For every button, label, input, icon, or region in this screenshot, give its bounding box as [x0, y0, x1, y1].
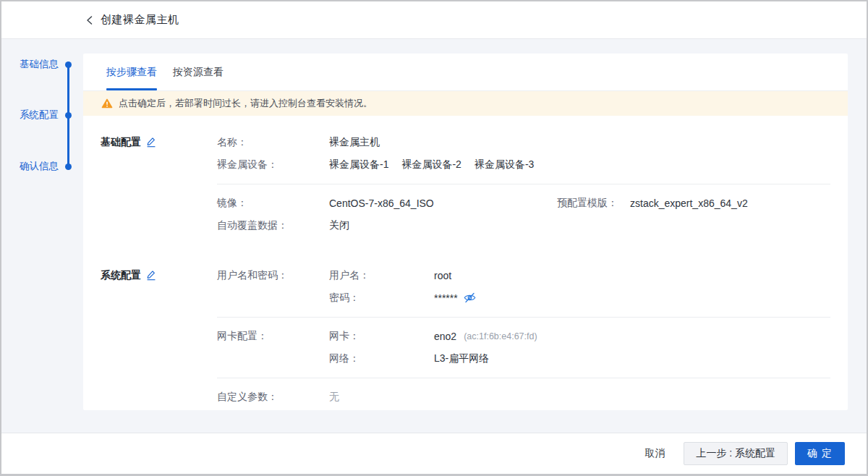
- template-label: 预配置模版：: [557, 197, 618, 210]
- custom-params-label: 自定义参数：: [217, 391, 278, 404]
- steps-nav: 基础信息 系统配置 确认信息: [1, 39, 83, 433]
- edit-pencil-icon: [146, 270, 156, 281]
- footer-actions: 取消 上一步 : 系统配置 确 定: [1, 433, 867, 474]
- section-gap: [101, 237, 830, 264]
- confirm-button[interactable]: 确 定: [795, 442, 845, 465]
- create-baremetal-host-page: 创建裸金属主机 基础信息 系统配置 确认信息 按步骤查看 按资源查看: [0, 0, 868, 476]
- password-value-wrap: ******: [434, 292, 476, 304]
- view-tabbar: 按步骤查看 按资源查看: [83, 54, 848, 91]
- warning-icon: [101, 98, 113, 109]
- username-label: 用户名：: [329, 269, 370, 282]
- device-item: 裸金属设备-1: [329, 158, 388, 171]
- edit-system-config-button[interactable]: [146, 270, 156, 281]
- review-content: 基础配置 名称： 裸金属主机 裸金属设备：: [83, 116, 848, 408]
- row-image-template: 镜像： CentOS-7-x86_64_ISO 预配置模版： zstack_ex…: [101, 192, 830, 214]
- review-panel: 按步骤查看 按资源查看 点击确定后，若部署时间过长，请进入控制台查看安装情况。 …: [83, 54, 848, 410]
- credentials-label: 用户名和密码：: [217, 269, 288, 282]
- alert-message: 点击确定后，若部署时间过长，请进入控制台查看安装情况。: [119, 97, 373, 110]
- step-item-system-config[interactable]: 系统配置: [20, 108, 72, 122]
- device-item: 裸金属设备-2: [401, 158, 461, 171]
- image-label: 镜像：: [217, 197, 247, 210]
- cancel-button[interactable]: 取消: [644, 447, 665, 460]
- step-dot-icon: [65, 61, 72, 68]
- row-password: 密码： ******: [101, 286, 830, 309]
- device-item: 裸金属设备-3: [475, 158, 534, 171]
- row-network: 网络： L3-扁平网络: [101, 347, 830, 370]
- edit-pencil-icon: [146, 137, 156, 148]
- row-username: 系统配置 用户名和密码： 用户名： root: [101, 264, 830, 286]
- page-title: 创建裸金属主机: [101, 13, 179, 27]
- row-custom-params: 自定义参数： 无: [101, 386, 830, 408]
- row-overwrite: 自动覆盖数据： 关闭: [101, 214, 830, 237]
- name-value: 裸金属主机: [329, 136, 380, 149]
- row-devices: 裸金属设备： 裸金属设备-1 裸金属设备-2 裸金属设备-3: [101, 153, 830, 176]
- section-title-basic-config: 基础配置: [101, 136, 156, 149]
- template-value: zstack_expert_x86_64_v2: [630, 197, 748, 209]
- prev-step-button[interactable]: 上一步 : 系统配置: [684, 442, 788, 465]
- network-value: L3-扁平网络: [434, 352, 489, 365]
- step-label: 系统配置: [20, 109, 59, 122]
- nic-value: eno2: [434, 331, 456, 342]
- step-item-confirm-info[interactable]: 确认信息: [20, 159, 72, 174]
- network-label: 网络：: [329, 352, 359, 365]
- custom-params-value: 无: [329, 391, 339, 404]
- devices-value: 裸金属设备-1 裸金属设备-2 裸金属设备-3: [329, 158, 534, 171]
- alert-banner: 点击确定后，若部署时间过长，请进入控制台查看安装情况。: [83, 91, 848, 116]
- edit-basic-config-button[interactable]: [146, 137, 156, 148]
- step-label: 确认信息: [20, 160, 59, 173]
- page-header: 创建裸金属主机: [1, 1, 867, 39]
- eye-slash-icon: [464, 292, 476, 303]
- step-dot-icon: [65, 163, 72, 170]
- nic-group-label: 网卡配置：: [217, 330, 268, 343]
- overwrite-value: 关闭: [329, 219, 349, 232]
- tab-view-by-resource[interactable]: 按资源查看: [173, 54, 224, 90]
- overwrite-label: 自动覆盖数据：: [217, 219, 288, 232]
- row-name: 基础配置 名称： 裸金属主机: [101, 131, 830, 153]
- devices-label: 裸金属设备：: [217, 158, 278, 171]
- nic-mac-address: (ac:1f:6b:e4:67:fd): [464, 331, 537, 341]
- step-label: 基础信息: [20, 58, 59, 71]
- section-title-text: 基础配置: [101, 136, 141, 149]
- toggle-password-visibility-button[interactable]: [464, 292, 476, 303]
- divider: [217, 184, 830, 184]
- password-label: 密码：: [329, 292, 359, 305]
- step-item-basic-info[interactable]: 基础信息: [20, 57, 72, 72]
- tab-view-by-step[interactable]: 按步骤查看: [106, 54, 157, 90]
- step-dot-icon: [65, 112, 72, 119]
- image-value: CentOS-7-x86_64_ISO: [329, 197, 434, 209]
- divider: [217, 317, 830, 318]
- divider: [217, 378, 830, 378]
- back-button[interactable]: [83, 14, 96, 27]
- section-title-system-config: 系统配置: [101, 269, 156, 282]
- nic-value-wrap: eno2 (ac:1f:6b:e4:67:fd): [434, 331, 537, 342]
- chevron-left-icon: [85, 15, 94, 25]
- section-title-text: 系统配置: [101, 269, 141, 282]
- page-body: 基础信息 系统配置 确认信息 按步骤查看 按资源查看: [1, 39, 867, 433]
- username-value: root: [434, 270, 451, 281]
- password-masked-value: ******: [434, 292, 458, 304]
- row-nic: 网卡配置： 网卡： eno2 (ac:1f:6b:e4:67:fd): [101, 325, 830, 347]
- name-label: 名称：: [217, 136, 247, 149]
- nic-label: 网卡：: [329, 330, 359, 343]
